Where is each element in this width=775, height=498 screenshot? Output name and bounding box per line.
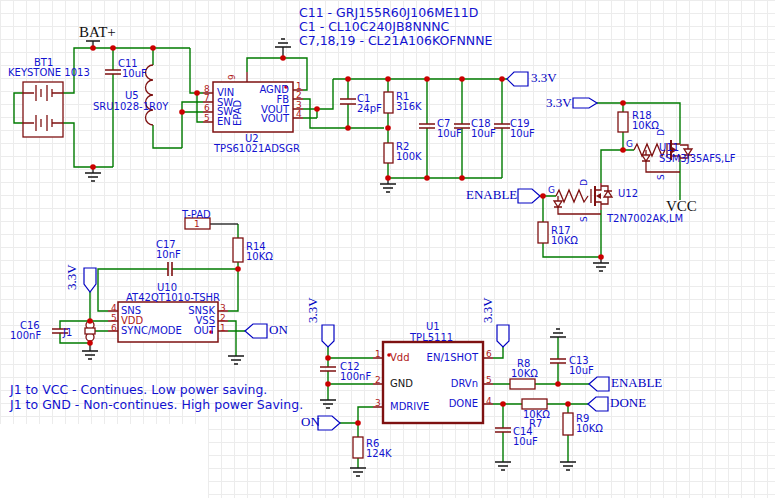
ground-symbol: [560, 462, 576, 470]
label-c7-value: 10uF: [437, 128, 462, 139]
wire[interactable]: [63, 123, 113, 167]
label-u12-value: T2N7002AK,LM: [607, 213, 683, 224]
port-3v3-out[interactable]: [507, 72, 528, 86]
capacitor-c1[interactable]: [340, 99, 356, 104]
resistor-r14[interactable]: [233, 238, 243, 262]
label-r1-value: 316K: [396, 101, 422, 112]
u12-source-label: S: [579, 216, 589, 222]
port-label-on-out[interactable]: ON: [269, 323, 288, 337]
u10-pin6-name: SYNC/MODE: [121, 325, 182, 336]
port-3v3-feed[interactable]: [573, 98, 597, 108]
port-enable-in[interactable]: [518, 189, 540, 203]
port-3v3-u1-right[interactable]: [497, 325, 509, 347]
label-u1-value: TPL5111: [410, 332, 453, 343]
wire[interactable]: [228, 321, 245, 356]
resistor-r7[interactable]: [522, 399, 547, 409]
label-u12-ref: U12: [618, 188, 638, 199]
ground-symbol: [350, 468, 366, 476]
label-u1-ref: U1: [426, 321, 440, 332]
u11-source-label: S: [656, 174, 666, 180]
resistor-r8[interactable]: [510, 379, 535, 389]
u12-drain-label: D: [579, 179, 589, 186]
port-label-enable-in[interactable]: ENABLE: [466, 188, 517, 202]
capacitor-c17[interactable]: [168, 262, 172, 276]
label-c16-value: 100nF: [10, 330, 41, 341]
label-r2-value: 100K: [396, 151, 422, 162]
u2-pin9-num: 9: [227, 74, 237, 80]
port-done[interactable]: [588, 397, 608, 411]
ground-symbol: [228, 356, 244, 364]
port-enable-out[interactable]: [589, 377, 609, 391]
resistor-r6[interactable]: [353, 437, 363, 458]
label-u5-ref: U5: [125, 90, 139, 101]
capacitor-c19[interactable]: [494, 124, 510, 128]
resistor-r17[interactable]: [538, 222, 548, 243]
port-label-on-in[interactable]: ON: [301, 415, 320, 429]
capacitor-c7[interactable]: [419, 124, 435, 128]
label-c17-value: 10nF: [156, 249, 181, 260]
label-r9-value: 10KΩ: [576, 423, 603, 434]
capacitor-c14[interactable]: [495, 428, 511, 432]
wire[interactable]: [493, 347, 503, 358]
label-tpad-pin: 1: [194, 219, 200, 229]
port-label-3v3-u1-right[interactable]: 3.3V: [481, 297, 495, 323]
port-3v3-u1-left[interactable]: [322, 325, 334, 347]
note-top-1: C11 - GRJ155R60J106ME11D: [299, 6, 478, 20]
port-label-done[interactable]: DONE: [610, 396, 646, 410]
label-c11-value: 10uF: [122, 68, 147, 79]
u2-pin6-num: 6: [204, 103, 210, 113]
u1-pin2-num: 2: [375, 375, 381, 385]
u10-pin3-num: 3: [220, 303, 226, 313]
ground-symbol: [550, 329, 566, 337]
net-label-vcc[interactable]: VCC: [666, 199, 697, 214]
wire[interactable]: [601, 150, 634, 183]
u1-pin3-num: 3: [375, 398, 381, 408]
u2-epad-name: EPAD: [232, 100, 243, 126]
jumper-j1[interactable]: [85, 321, 95, 341]
label-u11-ref: U11: [659, 142, 679, 153]
u2-pin5-name: EN: [217, 116, 231, 127]
port-label-enable-out[interactable]: ENABLE: [611, 376, 662, 390]
port-on-in[interactable]: [318, 416, 340, 430]
resistor-r18[interactable]: [618, 112, 628, 132]
label-r8-value: 10KΩ: [511, 368, 538, 379]
port-3v3-u10[interactable]: [84, 268, 96, 292]
port-label-3v3-u10[interactable]: 3.3V: [65, 264, 79, 290]
u12-gate-label: G: [548, 185, 555, 195]
wire[interactable]: [153, 48, 203, 148]
label-c13-value: 10uF: [569, 365, 594, 376]
label-j1-ref: J1: [63, 327, 72, 338]
port-on-out[interactable]: [245, 324, 267, 338]
schematic-sheet: C11 - GRJ155R60J106ME11D C1 - CL10C240JB…: [0, 0, 775, 498]
mosfet-u12[interactable]: [554, 183, 612, 214]
u11-drain-label: D: [656, 129, 666, 136]
u1-pin6-name: EN/1SHOT: [420, 352, 478, 363]
capacitor-c11[interactable]: [105, 70, 121, 74]
u10-pin4-num: 4: [111, 303, 117, 313]
u10-pin1-name: OUT: [178, 325, 215, 336]
port-label-3v3-out[interactable]: 3.3V: [531, 71, 557, 85]
label-c19-value: 10uF: [510, 128, 535, 139]
label-r17-value: 10KΩ: [551, 235, 578, 246]
capacitor-c13[interactable]: [550, 359, 566, 363]
label-c14-value: 10uF: [513, 436, 538, 447]
u11-gate-label: G: [626, 139, 633, 149]
wire[interactable]: [14, 93, 23, 123]
resistor-r9[interactable]: [563, 413, 573, 435]
port-label-3v3-feed[interactable]: 3.3V: [546, 96, 572, 110]
u1-pin2-name: GND: [390, 378, 413, 389]
net-label-bat-plus[interactable]: BAT+: [79, 25, 116, 40]
capacitor-c12[interactable]: [320, 367, 336, 371]
wire[interactable]: [190, 48, 203, 122]
u2-pin5-num: 5: [204, 113, 210, 123]
port-label-3v3-u1-left[interactable]: 3.3V: [306, 297, 320, 323]
u10-pin2-num: 2: [220, 313, 226, 323]
u1-pin1-name: Vdd: [390, 352, 410, 363]
wire[interactable]: [228, 269, 238, 311]
resistor-r1[interactable]: [384, 92, 393, 113]
label-u11-value: SSM3J35AFS,LF: [659, 153, 736, 164]
resistor-r2[interactable]: [384, 143, 393, 163]
label-u2-value: TPS61021ADSGR: [214, 143, 300, 154]
u2-pin7-num: 7: [204, 93, 210, 103]
battery-bt1[interactable]: [23, 82, 63, 137]
